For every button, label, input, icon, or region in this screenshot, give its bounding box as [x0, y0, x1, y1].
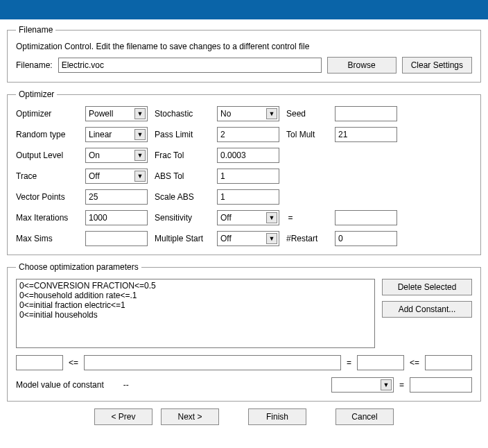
clear-settings-button[interactable]: Clear Settings	[402, 57, 472, 74]
tol-mult-label: Tol Mult	[286, 130, 328, 139]
max-iterations-label: Max Iterations	[16, 213, 78, 223]
chevron-down-icon: ▼	[134, 150, 146, 161]
wizard-buttons: < Prev Next > Finish Cancel	[7, 408, 481, 425]
chevron-down-icon: ▼	[134, 171, 146, 182]
next-button[interactable]: Next >	[161, 408, 219, 425]
browse-button[interactable]: Browse	[327, 57, 397, 74]
max-sims-label: Max Sims	[16, 234, 78, 243]
chevron-down-icon: ▼	[381, 379, 392, 390]
output-level-select[interactable]: On▼	[85, 148, 148, 163]
filename-legend: Filename	[16, 25, 55, 35]
scale-abs-label: Scale ABS	[155, 192, 210, 202]
sensitivity-select[interactable]: Off▼	[217, 210, 279, 225]
restart-input[interactable]	[335, 231, 397, 246]
list-item[interactable]: 0<=initial fraction electric<=1	[19, 300, 372, 310]
lower-bound-input[interactable]	[16, 355, 63, 370]
filename-group: Filename Optimization Control. Edit the …	[7, 25, 481, 83]
parameters-group: Choose optimization parameters 0<=CONVER…	[7, 262, 481, 402]
upper-bound-input[interactable]	[425, 355, 472, 370]
parameters-listbox[interactable]: 0<=CONVERSION FRACTION<=0.5 0<=household…	[16, 279, 375, 348]
chevron-down-icon: ▼	[266, 233, 277, 244]
list-item[interactable]: 0<=household addition rate<=.1	[19, 291, 372, 300]
pass-limit-label: Pass Limit	[155, 130, 210, 139]
prev-button[interactable]: < Prev	[94, 408, 152, 425]
seed-input[interactable]	[335, 106, 397, 121]
chevron-down-icon: ▼	[266, 212, 277, 223]
random-type-select[interactable]: Linear▼	[85, 127, 148, 142]
list-item[interactable]: 0<=CONVERSION FRACTION<=0.5	[19, 281, 372, 291]
chevron-down-icon: ▼	[134, 129, 146, 140]
eq-value-input[interactable]	[357, 355, 404, 370]
pass-limit-input[interactable]	[217, 127, 279, 142]
max-sims-input[interactable]	[85, 231, 148, 246]
filename-input[interactable]	[58, 58, 322, 73]
trace-label: Trace	[16, 171, 78, 181]
stochastic-select[interactable]: No▼	[217, 106, 279, 121]
constraint-expression-input[interactable]	[84, 355, 341, 370]
chevron-down-icon: ▼	[266, 108, 277, 119]
sensitivity-equals: =	[286, 213, 295, 223]
max-iterations-input[interactable]	[85, 210, 148, 225]
abs-tol-label: ABS Tol	[155, 171, 210, 181]
filename-label: Filename:	[16, 60, 53, 70]
tol-mult-input[interactable]	[335, 127, 397, 142]
dialog-content: Filename Optimization Control. Edit the …	[0, 19, 488, 431]
le-symbol-2: <=	[410, 358, 419, 368]
model-constant-select[interactable]: ▼	[331, 377, 394, 393]
optimizer-group: Optimizer Optimizer Powell▼ Stochastic N…	[7, 89, 481, 255]
scale-abs-input[interactable]	[217, 189, 279, 205]
stochastic-label: Stochastic	[155, 109, 210, 119]
abs-tol-input[interactable]	[217, 169, 279, 184]
chevron-down-icon: ▼	[134, 108, 146, 119]
list-item[interactable]: 0<=initial households	[19, 310, 372, 320]
delete-selected-button[interactable]: Delete Selected	[382, 279, 472, 295]
finish-button[interactable]: Finish	[248, 408, 306, 425]
frac-tol-input[interactable]	[217, 148, 279, 163]
model-value-label: Model value of constant	[16, 380, 104, 390]
model-value-display: --	[123, 380, 129, 390]
sensitivity-value-input[interactable]	[335, 210, 397, 225]
seed-label: Seed	[286, 109, 328, 119]
filename-description: Optimization Control. Edit the filename …	[16, 42, 472, 51]
restart-label: #Restart	[286, 234, 328, 243]
optimizer-select[interactable]: Powell▼	[85, 106, 148, 121]
le-symbol: <=	[69, 358, 78, 368]
optimizer-label: Optimizer	[16, 109, 78, 119]
parameters-legend: Choose optimization parameters	[16, 262, 141, 272]
random-type-label: Random type	[16, 130, 78, 139]
model-eq-symbol: =	[399, 380, 404, 390]
optimizer-legend: Optimizer	[16, 89, 57, 99]
add-constant-button[interactable]: Add Constant...	[382, 301, 472, 318]
window-titlebar	[0, 0, 488, 19]
sensitivity-label: Sensitivity	[155, 213, 210, 223]
multiple-start-select[interactable]: Off▼	[217, 231, 279, 246]
frac-tol-label: Frac Tol	[155, 150, 210, 160]
eq-symbol: =	[347, 358, 351, 368]
output-level-label: Output Level	[16, 150, 78, 160]
vector-points-label: Vector Points	[16, 192, 78, 202]
multiple-start-label: Multiple Start	[155, 234, 210, 243]
trace-select[interactable]: Off▼	[85, 169, 148, 184]
model-value-input[interactable]	[410, 377, 472, 393]
cancel-button[interactable]: Cancel	[336, 408, 394, 425]
vector-points-input[interactable]	[85, 189, 148, 205]
